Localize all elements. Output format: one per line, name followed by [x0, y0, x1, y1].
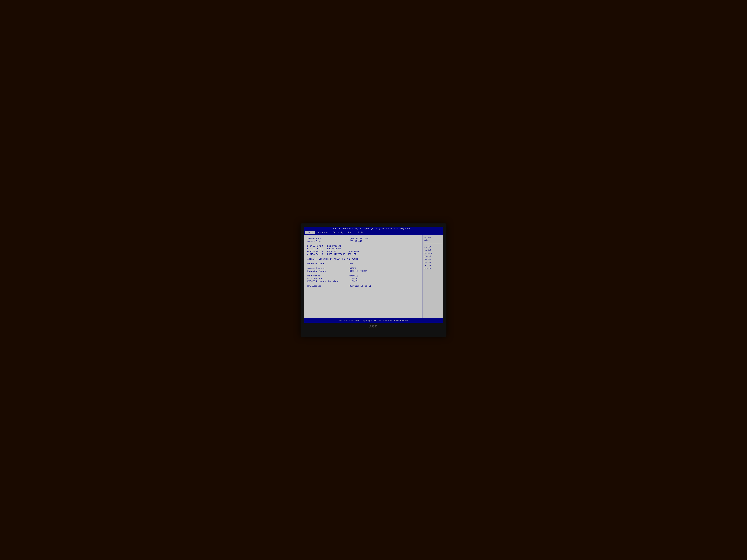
sata-port-5-label: SATA Port 5 HGST HTS725050 (500.1GB): [310, 253, 358, 256]
system-date-label: System Date:: [307, 237, 350, 240]
sata-port-2-label: SATA Port 2 Not Present: [310, 247, 341, 250]
me-fw-value: N/A: [350, 263, 353, 265]
monitor: Aptio Setup Utility - Copyright (C) 2012…: [301, 223, 446, 337]
mb-series-row: MB Series: WA50SCQ: [307, 275, 418, 277]
me-fw-label: ME FW Version: [307, 263, 350, 265]
sata-port-4-label: SATA Port 4 WOOKING (126.7GB): [310, 250, 359, 253]
me-fw-row: ME FW Version N/A: [307, 263, 418, 265]
cpu-label: Intel(R) Core(TM) i5-4310M CPU @ 2.70GHz: [307, 258, 358, 260]
side-panel: Set the switch →←: Sel ↑↓: Sel Enter: S …: [422, 235, 443, 319]
sata-port-2[interactable]: ► SATA Port 2 Not Present: [307, 247, 418, 250]
main-panel: System Date: [Wed 03/28/2018] System Tim…: [304, 235, 422, 319]
mac-value: 80:fa:5b:29:8d:a1: [350, 285, 371, 287]
key-hint-5: F3: Opt: [424, 261, 442, 264]
system-time-row: System Time: [03:37:34]: [307, 240, 418, 243]
bottom-bar-text: Version 2.15.1236. Copyright (C) 2012 Am…: [339, 320, 408, 322]
key-hint-6: F4: Sav: [424, 264, 442, 267]
menu-item-exit[interactable]: Exit: [356, 231, 366, 234]
extended-memory-row: Extended Memory: 8192 MB (DDR3): [307, 270, 418, 272]
cpu-row: Intel(R) Core(TM) i5-4310M CPU @ 2.70GHz: [307, 258, 418, 260]
arrow-icon-5: ►: [307, 253, 309, 256]
bottom-bar: Version 2.15.1236. Copyright (C) 2012 Am…: [304, 319, 443, 323]
key-hint-4: F1: Gen: [424, 258, 442, 261]
kbc-value: 1.05.01: [350, 280, 358, 283]
content-area: System Date: [Wed 03/28/2018] System Tim…: [304, 235, 443, 319]
menu-bar: Main Advanced Security Boot Exit: [304, 231, 443, 235]
key-hint-3: +/-: Ch: [424, 255, 442, 258]
sata-port-5[interactable]: ► SATA Port 5 HGST HTS725050 (500.1GB): [307, 253, 418, 256]
monitor-brand: AOC: [304, 325, 443, 329]
menu-item-boot[interactable]: Boot: [346, 231, 356, 234]
arrow-icon-4: ►: [307, 250, 309, 253]
title-text: Aptio Setup Utility - Copyright (C) 2012…: [333, 227, 414, 230]
bios-version-value: 1.05.01: [350, 277, 358, 280]
system-date-row: System Date: [Wed 03/28/2018]: [307, 237, 418, 240]
key-hint-0: →←: Sel: [424, 246, 442, 249]
key-hint-1: ↑↓: Sel: [424, 249, 442, 252]
arrow-icon-0: ►: [307, 245, 309, 247]
help-line1: Set the: [424, 237, 431, 239]
menu-item-advanced[interactable]: Advanced: [315, 231, 331, 234]
system-memory-row: System Memory: 640KB: [307, 267, 418, 270]
mac-row: MAC Address: 80:fa:5b:29:8d:a1: [307, 285, 418, 287]
system-memory-label: System Memory:: [307, 267, 350, 270]
menu-item-main[interactable]: Main: [305, 231, 315, 234]
extended-memory-value: 8192 MB (DDR3): [350, 270, 367, 272]
kbc-label: KBC/EC Firmware Revision:: [307, 280, 350, 283]
bios-version-label: BIOS Version:: [307, 277, 350, 280]
help-line2: switch: [424, 239, 430, 241]
system-time-value[interactable]: [03:37:34]: [350, 240, 362, 243]
key-hints: →←: Sel ↑↓: Sel Enter: S +/-: Ch F1: Gen…: [424, 246, 442, 270]
bios-version-row: BIOS Version: 1.05.01: [307, 277, 418, 280]
sata-port-0[interactable]: ► SATA Port 0 Not Present: [307, 245, 418, 247]
side-help-text: Set the switch: [424, 236, 442, 242]
kbc-row: KBC/EC Firmware Revision: 1.05.01: [307, 280, 418, 283]
arrow-icon-2: ►: [307, 247, 309, 250]
sata-port-4[interactable]: ► SATA Port 4 WOOKING (126.7GB): [307, 250, 418, 253]
key-hint-2: Enter: S: [424, 252, 442, 255]
system-memory-value: 640KB: [350, 267, 356, 270]
mb-series-value: WA50SCQ: [350, 275, 358, 277]
mac-label: MAC Address:: [307, 285, 350, 287]
system-date-value[interactable]: [Wed 03/28/2018]: [350, 237, 370, 240]
extended-memory-label: Extended Memory:: [307, 270, 350, 272]
key-hint-7: ESC: Ex: [424, 267, 442, 270]
menu-item-security[interactable]: Security: [331, 231, 346, 234]
system-time-label: System Time:: [307, 240, 350, 243]
mb-series-label: MB Series:: [307, 275, 350, 277]
title-bar: Aptio Setup Utility - Copyright (C) 2012…: [304, 227, 443, 231]
screen: Aptio Setup Utility - Copyright (C) 2012…: [304, 227, 443, 323]
sata-port-0-label: SATA Port 0 Not Present: [310, 245, 341, 247]
